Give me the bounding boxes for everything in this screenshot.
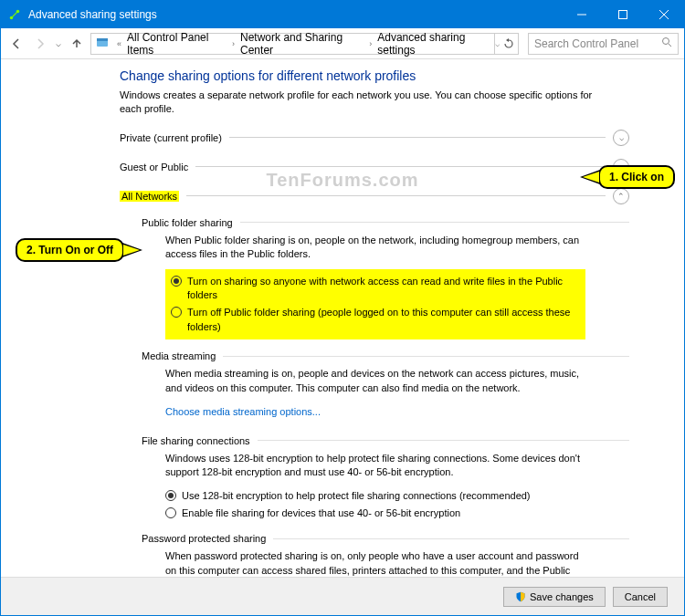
section-all-networks[interactable]: All Networks ⌃	[120, 188, 629, 204]
crumb-all[interactable]: All Control Panel Items	[127, 31, 227, 57]
titlebar: Advanced sharing settings	[1, 1, 684, 28]
radio-4056bit[interactable]: Enable file sharing for devices that use…	[165, 505, 629, 522]
forward-button[interactable]	[30, 34, 50, 54]
radio-icon	[165, 507, 176, 518]
crumb-network[interactable]: Network and Sharing Center	[240, 31, 364, 57]
save-button[interactable]: Save changes	[503, 587, 606, 607]
section-private[interactable]: Private (current profile) ⌵	[120, 130, 629, 146]
password-desc: When password protected sharing is on, o…	[165, 549, 585, 577]
media-desc: When media streaming is on, people and d…	[165, 367, 585, 395]
breadcrumb[interactable]: « All Control Panel Items › Network and …	[90, 33, 519, 55]
svg-point-5	[663, 38, 669, 45]
radio-public-on[interactable]: Turn on sharing so anyone with network a…	[171, 273, 580, 305]
window-title: Advanced sharing settings	[28, 8, 561, 21]
radio-icon	[171, 276, 182, 287]
media-title: Media streaming	[142, 350, 629, 361]
annotation-1: 1. Click on	[598, 165, 675, 189]
public-folder-title: Public folder sharing	[142, 217, 629, 228]
section-guest[interactable]: Guest or Public ⌵	[120, 159, 629, 175]
footer: Save changes Cancel	[1, 577, 684, 615]
maximize-button[interactable]	[602, 1, 643, 28]
minimize-button[interactable]	[561, 1, 602, 28]
shield-icon	[515, 591, 526, 602]
radio-128bit[interactable]: Use 128-bit encryption to help protect f…	[165, 487, 629, 505]
svg-rect-2	[618, 11, 627, 19]
cancel-button[interactable]: Cancel	[613, 587, 668, 607]
up-button[interactable]	[67, 34, 87, 54]
media-options-link[interactable]: Choose media streaming options...	[165, 406, 321, 417]
control-panel-icon	[95, 35, 110, 52]
navbar: ⌵ « All Control Panel Items › Network an…	[1, 28, 684, 59]
search-input[interactable]: Search Control Panel	[528, 33, 679, 55]
page-desc: Windows creates a separate network profi…	[120, 89, 595, 117]
page-title: Change sharing options for different net…	[120, 68, 629, 83]
svg-rect-4	[97, 38, 108, 41]
chevron-up-icon[interactable]: ⌃	[613, 188, 629, 204]
content-pane: Change sharing options for different net…	[1, 59, 684, 577]
annotation-2: 2. Turn On or Off	[16, 238, 124, 262]
back-button[interactable]	[6, 34, 26, 54]
search-icon	[661, 37, 672, 50]
crumb-advanced[interactable]: Advanced sharing settings	[377, 31, 492, 57]
refresh-button[interactable]: ⌵	[494, 34, 514, 54]
radio-icon	[171, 307, 182, 318]
close-button[interactable]	[643, 1, 684, 28]
recent-dropdown[interactable]: ⌵	[54, 38, 63, 48]
public-folder-desc: When Public folder sharing is on, people…	[165, 234, 585, 262]
chevron-down-icon[interactable]: ⌵	[613, 130, 629, 146]
radio-public-off[interactable]: Turn off Public folder sharing (people l…	[171, 304, 580, 336]
password-title: Password protected sharing	[142, 533, 629, 544]
radio-icon	[165, 490, 176, 501]
app-icon	[8, 8, 21, 21]
encryption-title: File sharing connections	[142, 435, 629, 446]
encryption-desc: Windows uses 128-bit encryption to help …	[165, 452, 585, 480]
search-placeholder: Search Control Panel	[534, 37, 638, 50]
public-folder-radios: Turn on sharing so anyone with network a…	[165, 269, 585, 340]
